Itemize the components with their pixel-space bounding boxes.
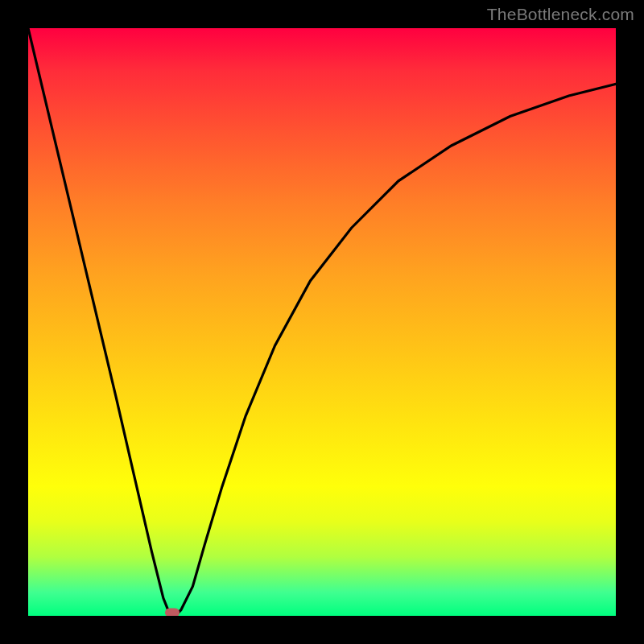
optimal-point-marker <box>165 609 180 616</box>
plot-area <box>28 28 616 616</box>
curve-path <box>28 28 616 616</box>
bottleneck-curve <box>28 28 616 616</box>
watermark-text: TheBottleneck.com <box>487 5 634 24</box>
chart-frame: TheBottleneck.com <box>0 0 644 644</box>
